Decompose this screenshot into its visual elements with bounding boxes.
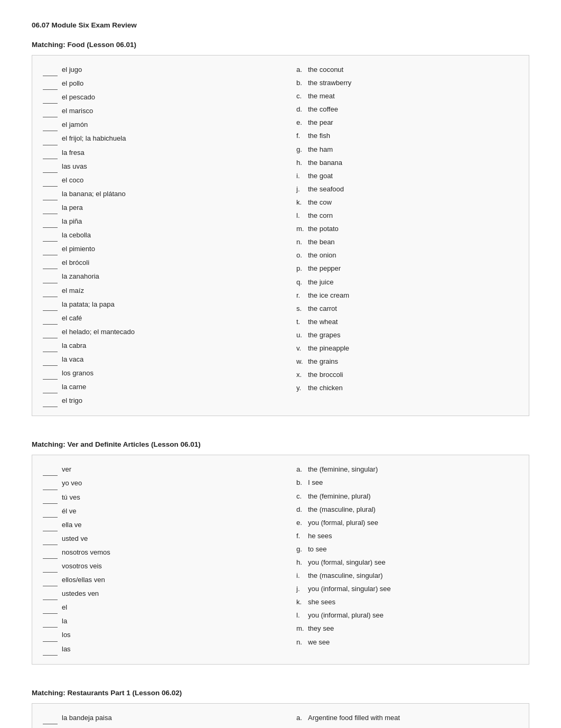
answer-blank[interactable] xyxy=(43,119,58,131)
answer-blank[interactable] xyxy=(43,64,58,76)
list-item: r.the ice cream xyxy=(296,290,518,301)
answer-blank[interactable] xyxy=(43,560,58,573)
answer-blank[interactable] xyxy=(43,340,58,352)
answer-blank[interactable] xyxy=(43,574,58,586)
answer-blank[interactable] xyxy=(43,271,58,283)
list-item: el marisco xyxy=(43,105,280,117)
list-item: vosotros veis xyxy=(43,560,280,573)
list-item: ver xyxy=(43,464,280,476)
list-item: los granos xyxy=(43,367,280,380)
list-item: el trigo xyxy=(43,395,280,407)
spanish-term: el jamón xyxy=(62,119,88,131)
answer-blank[interactable] xyxy=(43,354,58,366)
answer-blank[interactable] xyxy=(43,243,58,255)
spanish-term: la bandeja paisa xyxy=(62,712,112,724)
list-item: c.the (feminine, plural) xyxy=(296,491,518,502)
answer-blank[interactable] xyxy=(43,602,58,614)
answer-letter: j. xyxy=(296,183,306,195)
answer-blank[interactable] xyxy=(43,326,58,338)
spanish-term: usted ve xyxy=(62,533,88,545)
list-item: n.the bean xyxy=(296,236,518,248)
answer-blank[interactable] xyxy=(43,615,58,628)
english-term: the grains xyxy=(308,356,338,367)
answer-letter: v. xyxy=(296,343,306,354)
answer-blank[interactable] xyxy=(43,643,58,656)
list-item: la piña xyxy=(43,216,280,228)
list-item: el coco xyxy=(43,174,280,187)
answer-letter: p. xyxy=(296,263,306,274)
answer-blank[interactable] xyxy=(43,299,58,311)
answer-blank[interactable] xyxy=(43,91,58,104)
answer-blank[interactable] xyxy=(43,105,58,117)
answer-blank[interactable] xyxy=(43,216,58,228)
answer-blank[interactable] xyxy=(43,505,58,518)
answer-letter: b. xyxy=(296,477,306,489)
answer-letter: f. xyxy=(296,530,306,542)
list-item: k.she sees xyxy=(296,596,518,608)
answer-letter: m. xyxy=(296,223,306,235)
answer-blank[interactable] xyxy=(43,477,58,490)
answer-blank[interactable] xyxy=(43,367,58,380)
spanish-term: el brócoli xyxy=(62,257,89,269)
english-term: I see xyxy=(308,477,323,489)
answer-blank[interactable] xyxy=(43,629,58,641)
answer-letter: g. xyxy=(296,543,306,555)
answer-blank[interactable] xyxy=(43,712,58,724)
answer-blank[interactable] xyxy=(43,312,58,325)
english-term: the onion xyxy=(308,250,336,261)
list-item: ustedes ven xyxy=(43,588,280,600)
spanish-term: el xyxy=(62,602,67,613)
section-title-ver: Matching: Ver and Definite Articles (Les… xyxy=(32,440,529,448)
list-item: j.the seafood xyxy=(296,183,518,195)
list-item: la bandeja paisa xyxy=(43,712,280,724)
answer-blank[interactable] xyxy=(43,492,58,504)
spanish-term: ver xyxy=(62,464,71,475)
list-item: b.I see xyxy=(296,477,518,489)
answer-blank[interactable] xyxy=(43,533,58,545)
answer-blank[interactable] xyxy=(43,395,58,407)
answer-letter: a. xyxy=(296,64,306,76)
list-item: yo veo xyxy=(43,477,280,490)
answer-blank[interactable] xyxy=(43,519,58,531)
col-right-restaurants: a.Argentine food filled with meatb.the w… xyxy=(280,712,518,728)
list-item: y.the chicken xyxy=(296,382,518,394)
answer-blank[interactable] xyxy=(43,174,58,187)
answer-blank[interactable] xyxy=(43,285,58,297)
answer-blank[interactable] xyxy=(43,726,58,728)
answer-letter: h. xyxy=(296,557,306,568)
answer-blank[interactable] xyxy=(43,464,58,476)
answer-blank[interactable] xyxy=(43,133,58,145)
answer-blank[interactable] xyxy=(43,229,58,242)
answer-letter: o. xyxy=(296,250,306,261)
answer-blank[interactable] xyxy=(43,381,58,393)
spanish-term: los xyxy=(62,629,71,641)
list-item: l.you (informal, plural) see xyxy=(296,610,518,621)
list-item: él ve xyxy=(43,505,280,518)
list-item: w.the grains xyxy=(296,356,518,367)
answer-blank[interactable] xyxy=(43,257,58,269)
answer-blank[interactable] xyxy=(43,547,58,559)
answer-blank[interactable] xyxy=(43,161,58,173)
spanish-term: el pollo xyxy=(62,78,83,89)
list-item: tú ves xyxy=(43,492,280,504)
list-item: la patata; la papa xyxy=(43,299,280,311)
list-item: e.the pear xyxy=(296,117,518,128)
answer-letter: s. xyxy=(296,303,306,315)
english-term: the grapes xyxy=(308,329,340,341)
list-item: c.the meat xyxy=(296,90,518,102)
list-item: m.they see xyxy=(296,623,518,634)
list-item: la xyxy=(43,615,280,628)
spanish-term: la tortilla española xyxy=(62,726,117,728)
answer-blank[interactable] xyxy=(43,202,58,214)
list-item: el pollo xyxy=(43,78,280,90)
answer-blank[interactable] xyxy=(43,588,58,600)
answer-blank[interactable] xyxy=(43,188,58,200)
col-left-ver: ver yo veo tú ves él ve ella ve usted ve… xyxy=(43,464,280,655)
list-item: las uvas xyxy=(43,161,280,173)
answer-letter: l. xyxy=(296,210,306,222)
answer-letter: n. xyxy=(296,236,306,248)
answer-blank[interactable] xyxy=(43,78,58,90)
list-item: el café xyxy=(43,312,280,325)
list-item: el pimiento xyxy=(43,243,280,255)
answer-blank[interactable] xyxy=(43,147,58,159)
